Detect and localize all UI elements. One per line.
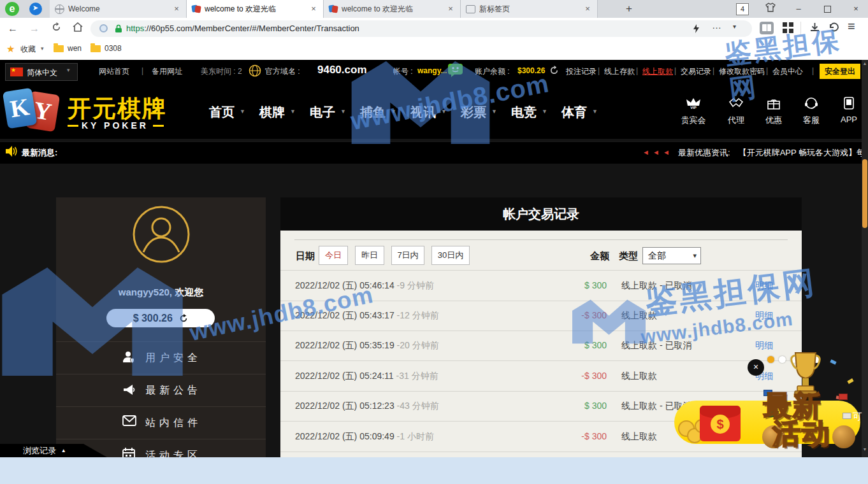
filter-7days-button[interactable]: 7日内 [391,246,424,265]
megaphone-icon [122,383,136,397]
refresh-icon[interactable] [549,66,559,75]
boost-icon[interactable]: ➤ [29,3,42,15]
refresh-icon[interactable] [179,314,188,323]
quick-vip[interactable]: VIP 贵宾会 [676,97,711,126]
dropdown-chevron-icon[interactable]: ▾ [733,23,736,30]
favorites-chevron-icon[interactable]: ▾ [41,45,44,52]
transaction-row: 2022/12/02 (五) 05:35:19 -20 分钟前 $ 300 线上… [280,331,802,361]
marquee-label: 最新消息: [22,147,57,159]
nav-slots[interactable]: 电子 [310,104,335,121]
row-date: 2022/12/02 (五) 05:46:14 -9 分钟前 [295,280,434,292]
headset-icon [804,97,818,110]
nav-chess[interactable]: 棋牌 [259,104,285,121]
quick-service[interactable]: 客服 [793,97,829,126]
detail-link[interactable]: 明细 [755,280,773,292]
logout-button[interactable]: 安全登出 [820,64,860,79]
member-center-link[interactable]: 会员中心 [772,66,803,77]
tab-ky-2[interactable]: welcome to 欢迎光临 × [324,0,461,18]
site-home-link[interactable]: 网站首页 [99,66,129,77]
nav-lottery[interactable]: 彩票 [461,104,486,121]
scroll-down-icon[interactable]: ▼ [862,447,868,452]
withdraw-link[interactable]: 线上取款 [642,66,673,77]
bookmark-folder-0308[interactable]: 0308 [105,44,122,53]
message-icon[interactable] [448,64,463,77]
scrollbar-thumb[interactable] [862,159,867,228]
row-amount: -$ 300 [523,310,607,320]
account-label: 帐号 : [393,66,413,77]
restore-button[interactable] [819,3,835,15]
nav-live[interactable]: 视讯 [410,104,436,121]
carousel-dot[interactable] [767,356,774,363]
language-selector[interactable]: ★ 简体中文 ▾ [5,63,78,81]
tab-close-icon[interactable]: × [309,4,318,13]
type-label: 类型 [619,250,638,262]
minimize-button[interactable]: – [790,3,807,15]
sidebar-item-announcements[interactable]: 最新公告 [56,374,266,407]
quick-agent[interactable]: 代理 [718,97,754,126]
reading-mode-icon[interactable] [760,22,774,34]
detail-link[interactable]: 明细 [755,340,773,352]
task-count-badge[interactable]: 4 [736,3,749,15]
url-field[interactable]: https://60p55.com/MemberCenter/#/MemberC… [90,20,752,37]
quick-promo[interactable]: 优惠 [756,97,792,126]
tab-close-icon[interactable]: × [583,4,592,13]
apps-grid-icon[interactable] [783,22,794,34]
vip-crown-icon: VIP [686,97,701,110]
carousel-dot[interactable] [779,356,786,363]
row-type: 线上取款 [621,310,657,322]
favorites-star-icon[interactable]: ★ [6,43,15,55]
tab-ky-active[interactable]: welcome to 欢迎光临 × [187,0,324,18]
close-button[interactable]: × [848,3,864,15]
page-scrollbar[interactable] [862,60,868,457]
backup-url-link[interactable]: 备用网址 [152,66,182,77]
menu-icon[interactable]: ≡ [848,19,855,34]
new-tab-button[interactable]: + [621,1,637,17]
balance-pill[interactable]: $ 300.26 [106,309,215,327]
bet-record-link[interactable]: 投注记录 [566,66,597,77]
transaction-row: 2022/12/02 (五) 05:24:11 -31 分钟前 -$ 300 线… [280,361,802,392]
tab-new[interactable]: 新标签页 × [461,0,598,18]
back-button[interactable]: ← [5,21,20,36]
deposit-link[interactable]: 线上存款 [604,66,635,77]
promo-title-line2[interactable]: 活动 [772,415,831,453]
reload-button[interactable] [48,21,64,36]
type-select[interactable]: 全部 [642,247,701,264]
favorites-label[interactable]: 收藏 [20,44,36,55]
scroll-up-icon[interactable]: ▲ [862,61,868,66]
nav-sports[interactable]: 体育 [561,104,587,121]
filter-30days-button[interactable]: 30日内 [431,246,470,265]
lightning-icon[interactable] [693,24,700,33]
member-sidebar: wangyy520, 欢迎您 $ 300.26 用户安全 最新公告 站内信件 活… [56,197,266,457]
tab-close-icon[interactable]: × [172,4,181,13]
separator: | [598,66,600,75]
more-options-icon[interactable]: … [712,20,721,31]
sidebar-item-user-security[interactable]: 用户安全 [56,341,266,374]
download-icon[interactable] [809,22,820,36]
theme-shirt-icon[interactable] [762,3,779,15]
filter-today-button[interactable]: 今日 [319,246,348,265]
history-undo-icon[interactable] [828,22,839,36]
separator: | [712,66,714,75]
account-name[interactable]: wangy... [417,66,447,75]
balance-label: 账户余额 : [475,66,510,77]
row-amount: $ 300 [523,401,607,411]
sidebar-item-messages[interactable]: 站内信件 [56,406,266,439]
nav-fishing[interactable]: 捕鱼 [360,104,386,121]
tab-close-icon[interactable]: × [446,4,455,13]
site-info-icon[interactable] [99,24,108,32]
change-password-link[interactable]: 修改取款密码 [719,66,765,77]
ky-logo-k: K [3,88,38,129]
nav-home[interactable]: 首页 [209,104,235,121]
bookmark-folder-wen[interactable]: wen [68,44,82,53]
row-type: 线上取款 [621,371,657,382]
tab-welcome[interactable]: Welcome × [50,0,187,18]
detail-link[interactable]: 明细 [755,310,773,322]
forward-button[interactable]: → [27,21,42,36]
filter-yesterday-button[interactable]: 昨日 [355,246,384,265]
gift-icon [767,97,781,110]
home-button[interactable] [70,21,85,36]
promo-close-button[interactable]: × [748,359,764,376]
promo-text-fragment: 可 [853,411,862,423]
transaction-record-link[interactable]: 交易记录 [681,66,711,77]
nav-esports[interactable]: 电竞 [511,104,537,121]
